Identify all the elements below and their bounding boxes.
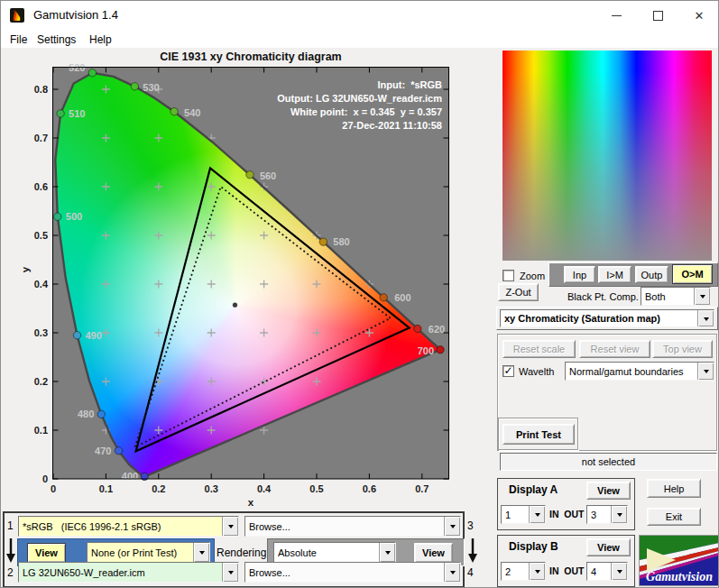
svg-text:0.2: 0.2: [152, 483, 165, 494]
display-b-view-button[interactable]: View: [586, 538, 631, 556]
dropdown-arrow-icon[interactable]: [444, 563, 460, 582]
saturation-map-preview: [502, 51, 712, 261]
display-a-title: Display A: [509, 483, 558, 496]
top-view-button[interactable]: Top view: [652, 340, 713, 358]
dropdown-arrow-icon[interactable]: [193, 543, 209, 562]
status-field: not selected: [500, 453, 717, 471]
svg-text:0.1: 0.1: [34, 425, 48, 436]
display-a-in-select[interactable]: 1: [501, 505, 546, 524]
svg-text:0.4: 0.4: [257, 483, 272, 494]
menu-settings[interactable]: Settings: [33, 32, 79, 48]
dropdown-arrow-icon[interactable]: [694, 288, 710, 305]
exit-button[interactable]: Exit: [647, 508, 701, 526]
minimize-button[interactable]: [595, 1, 637, 30]
svg-text:0.1: 0.1: [99, 483, 113, 494]
gamutvision-window: Gamutvision 1.4 ✕ File Settings Help 400…: [0, 0, 719, 588]
svg-text:0: 0: [42, 473, 48, 484]
close-button[interactable]: ✕: [678, 1, 719, 30]
dropdown-arrow-icon[interactable]: [697, 363, 714, 380]
window-title: Gamutvision 1.4: [33, 8, 118, 22]
dropdown-arrow-icon[interactable]: [444, 517, 460, 536]
i-to-m-button[interactable]: I>M: [598, 266, 631, 283]
svg-text:0.5: 0.5: [34, 230, 48, 241]
svg-text:0.2: 0.2: [34, 376, 48, 387]
app-icon: [10, 8, 24, 23]
wavelth-checkbox[interactable]: ✓: [502, 365, 514, 377]
dropdown-arrow-icon[interactable]: [611, 506, 627, 523]
view-output-button[interactable]: View: [414, 543, 453, 563]
svg-text:0.5: 0.5: [309, 483, 323, 494]
svg-text:0: 0: [51, 483, 56, 494]
dropdown-arrow-icon[interactable]: [379, 543, 395, 562]
x-axis-label: x: [248, 497, 254, 508]
y-axis-label: y: [20, 266, 31, 272]
logo-text: Gamutvision: [646, 570, 713, 583]
chart-title: CIE 1931 xy Chromaticity diagram: [160, 51, 341, 63]
browse-4-select[interactable]: Browse...: [244, 562, 461, 583]
display-a-out-select[interactable]: 3: [586, 505, 628, 524]
output-profile-select[interactable]: LG 32UN650-W_reader.icm: [18, 562, 239, 583]
slot2-number: 2: [7, 566, 14, 579]
slot3-number: 3: [467, 519, 474, 532]
display-a-in-out-label: IN OUT: [549, 509, 585, 519]
title-bar: Gamutvision 1.4 ✕: [1, 1, 718, 30]
slot4-number: 4: [467, 566, 474, 579]
svg-text:0.3: 0.3: [34, 327, 48, 338]
svg-text:0.4: 0.4: [34, 279, 49, 289]
outp-button[interactable]: Outp: [635, 266, 668, 283]
minimize-icon: [612, 15, 622, 16]
transfer-function-select[interactable]: None (or Print Test): [87, 542, 210, 563]
slot1-number: 1: [7, 519, 14, 532]
svg-text:0.7: 0.7: [34, 133, 48, 143]
display-a-view-button[interactable]: View: [586, 482, 631, 500]
menu-file[interactable]: File: [6, 32, 31, 48]
zoom-checkbox-label: Zoom: [520, 271, 545, 281]
reset-view-button[interactable]: Reset view: [579, 340, 650, 358]
display-b-title: Display B: [509, 540, 558, 553]
wavelth-checkbox-label: Wavelth: [519, 366, 554, 377]
gamutvision-logo: Gamutvision: [639, 535, 719, 586]
svg-text:0.8: 0.8: [34, 84, 48, 95]
menu-help[interactable]: Help: [86, 32, 115, 48]
close-icon: ✕: [695, 10, 705, 22]
black-pt-comp-select[interactable]: Both: [641, 287, 711, 306]
rendering-label: Rendering: [217, 547, 266, 559]
display-b-out-select[interactable]: 4: [586, 562, 628, 581]
dropdown-arrow-icon[interactable]: [222, 563, 238, 582]
check-icon: ✓: [503, 364, 512, 377]
help-button[interactable]: Help: [647, 479, 701, 498]
print-test-button[interactable]: Print Test: [502, 424, 575, 445]
boundaries-select[interactable]: Normal/gamut boundaries: [565, 362, 714, 381]
plot-mode-select[interactable]: xy Chromaticity (Saturation map): [500, 309, 714, 327]
dropdown-arrow-icon[interactable]: [697, 310, 714, 326]
input-profile-select[interactable]: *sRGB (IEC6 1996-2.1 sRGB): [18, 516, 239, 537]
rendering-intent-select[interactable]: Absolute: [273, 542, 396, 563]
svg-text:0.6: 0.6: [363, 483, 376, 494]
maximize-button[interactable]: [637, 1, 678, 30]
o-to-m-button[interactable]: O>M: [672, 264, 713, 284]
dropdown-arrow-icon[interactable]: [529, 563, 545, 580]
view-input-button[interactable]: View: [27, 543, 66, 563]
dropdown-arrow-icon[interactable]: [611, 563, 627, 580]
down-arrow-icon: [5, 538, 16, 564]
maximize-icon: [653, 11, 663, 21]
svg-text:0.6: 0.6: [34, 181, 48, 192]
menu-bar: File Settings Help: [1, 30, 718, 48]
reset-scale-button[interactable]: Reset scale: [502, 340, 576, 358]
svg-text:0.3: 0.3: [205, 483, 218, 494]
display-b-in-out-label: IN OUT: [549, 565, 585, 576]
down-arrow-icon: [467, 538, 478, 564]
zoom-checkbox[interactable]: [502, 270, 514, 281]
z-out-button[interactable]: Z-Out: [498, 283, 539, 301]
display-b-in-select[interactable]: 2: [501, 562, 546, 581]
dropdown-arrow-icon[interactable]: [222, 517, 238, 536]
browse-3-select[interactable]: Browse...: [244, 516, 461, 537]
dropdown-arrow-icon[interactable]: [529, 506, 545, 523]
inp-button[interactable]: Inp: [564, 266, 595, 283]
svg-text:0.7: 0.7: [415, 483, 429, 494]
black-pt-comp-label: Black Pt. Comp.: [567, 291, 639, 302]
